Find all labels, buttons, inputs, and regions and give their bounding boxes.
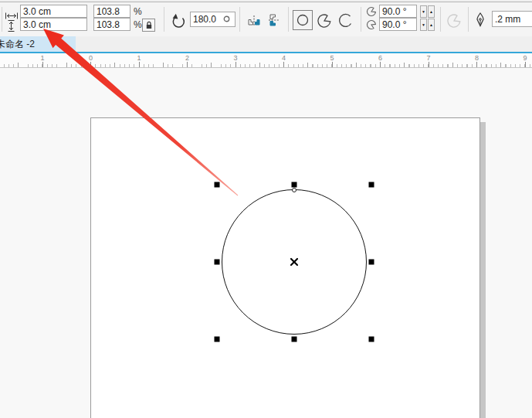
object-width-input[interactable] <box>20 5 87 18</box>
change-direction-icon <box>446 13 462 29</box>
selection-handle-top-left[interactable] <box>215 182 220 188</box>
object-height-input[interactable] <box>20 18 87 31</box>
property-bar: % % <box>0 2 532 36</box>
page-shadow <box>480 122 486 418</box>
ruler-unit-label: 5 <box>330 54 334 62</box>
toolbar-separator <box>468 7 469 32</box>
selection-handle-bottom-left[interactable] <box>215 337 220 342</box>
pie-end-angle-input[interactable] <box>379 18 417 31</box>
ruler-unit-label: 7 <box>426 54 430 62</box>
toolbar-separator <box>2 7 2 32</box>
pie-mode-button[interactable] <box>315 12 334 30</box>
toolbar-separator <box>288 7 289 32</box>
toolbar-separator <box>239 7 240 32</box>
mirror-horizontal-icon <box>247 14 261 27</box>
arc-mode-button[interactable] <box>337 12 355 30</box>
pie-icon <box>317 13 332 29</box>
mirror-vertical-icon <box>268 13 282 27</box>
app-window: { "toolbar": { "size_width": "3.0 cm", "… <box>0 0 532 418</box>
ruler-unit-label: 8 <box>475 54 479 62</box>
lock-icon <box>145 21 153 29</box>
pie-end-decrement-button[interactable]: ▼ <box>420 19 427 31</box>
ruler-unit-label: 4 <box>282 54 286 62</box>
selection-handle-bottom-center[interactable] <box>292 337 297 342</box>
pie-start-angle-input[interactable] <box>379 5 417 18</box>
pie-start-decrement-button[interactable]: ▼ <box>420 5 427 18</box>
outline-pen-icon <box>475 12 486 27</box>
ruler-unit-label: 0 <box>89 54 93 62</box>
drawing-canvas[interactable] <box>0 68 532 418</box>
selection-handle-bottom-right[interactable] <box>369 337 374 342</box>
object-center-marker[interactable] <box>290 258 299 267</box>
arc-icon <box>338 13 354 29</box>
pie-end-angle-icon <box>366 19 377 30</box>
selection-handle-middle-right[interactable] <box>369 260 374 265</box>
scale-height-input[interactable] <box>93 18 130 31</box>
ellipse-mode-button[interactable] <box>293 10 313 30</box>
ruler-unit-label: 1 <box>40 54 44 62</box>
ruler-unit-label: 1 <box>137 54 141 62</box>
lock-ratio-button[interactable] <box>142 19 155 32</box>
ruler-units: 10123456789 <box>0 53 532 67</box>
ellipse-icon <box>296 14 309 26</box>
pie-start-angle-icon <box>366 6 377 17</box>
selection-handle-middle-left[interactable] <box>215 260 220 265</box>
selection-handle-top-right[interactable] <box>369 182 374 188</box>
selection-handle-top-center[interactable] <box>292 182 297 188</box>
degree-symbol-icon <box>223 15 230 22</box>
change-direction-button-disabled <box>445 12 463 30</box>
rotation-icon <box>170 13 187 30</box>
outline-width-input[interactable] <box>492 11 532 27</box>
mirror-horizontal-button[interactable] <box>245 11 263 29</box>
mirror-vertical-button[interactable] <box>266 11 284 29</box>
ellipse-node[interactable] <box>292 188 296 192</box>
toolbar-separator <box>164 7 164 32</box>
ruler-unit-label: 2 <box>185 54 189 62</box>
toolbar-separator <box>440 7 441 32</box>
ruler-unit-label: 3 <box>233 54 237 62</box>
object-height-icon <box>8 20 15 32</box>
ruler-unit-label: 9 <box>523 54 527 62</box>
pie-end-increment-button[interactable]: ▲ <box>428 19 435 31</box>
horizontal-ruler[interactable]: 10123456789 <box>0 53 532 68</box>
document-tab-bar: 未命名 -2 <box>0 36 532 52</box>
percent-label-top: % <box>134 6 142 17</box>
document-tab-active[interactable]: 未命名 -2 <box>0 36 76 52</box>
ruler-unit-label: 6 <box>378 54 382 62</box>
percent-label-bottom: % <box>134 19 142 30</box>
pie-start-increment-button[interactable]: ▲ <box>428 5 435 18</box>
scale-width-input[interactable] <box>93 5 130 18</box>
toolbar-separator <box>361 7 361 32</box>
object-width-icon <box>5 12 18 19</box>
